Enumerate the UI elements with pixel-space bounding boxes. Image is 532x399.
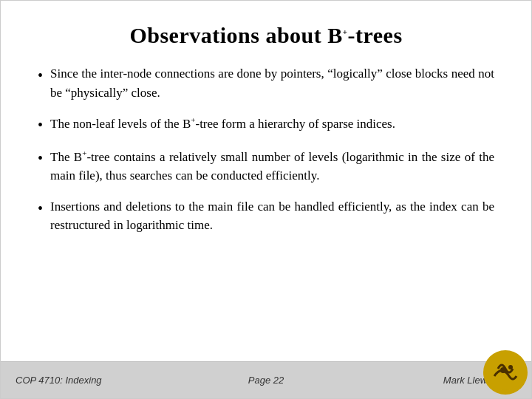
slide-body: Observations about B+-trees • Since the … (1, 1, 531, 361)
slide-title: Observations about B+-trees (38, 23, 494, 48)
bullet-item-3: • The B+-tree contains a relatively smal… (38, 147, 494, 185)
bullet-text-1: Since the inter-node connections are don… (50, 64, 494, 102)
bullet-text-3: The B+-tree contains a relatively small … (50, 147, 494, 185)
bullet-dot-2: • (38, 115, 43, 135)
bullet-item-1: • Since the inter-node connections are d… (38, 64, 494, 102)
svg-point-1 (500, 367, 506, 373)
bullet-dot-3: • (38, 148, 43, 168)
footer-center: Page 22 (248, 375, 284, 386)
bullet-item-4: • Insertions and deletions to the main f… (38, 197, 494, 235)
bullet-dot-4: • (38, 198, 43, 219)
bullet-text-4: Insertions and deletions to the main fil… (50, 197, 494, 235)
footer-left: COP 4710: Indexing (16, 375, 102, 386)
svg-point-2 (508, 365, 513, 369)
bullet-item-2: • The non-leaf levels of the B+-tree for… (38, 114, 494, 135)
slide: Observations about B+-trees • Since the … (0, 0, 532, 399)
slide-footer: COP 4710: Indexing Page 22 Mark Llewelly… (1, 361, 531, 398)
bullet-text-2: The non-leaf levels of the B+-tree form … (50, 114, 494, 133)
bullet-dot-1: • (38, 65, 43, 86)
bullet-list: • Since the inter-node connections are d… (38, 64, 494, 235)
footer-logo (483, 350, 528, 395)
